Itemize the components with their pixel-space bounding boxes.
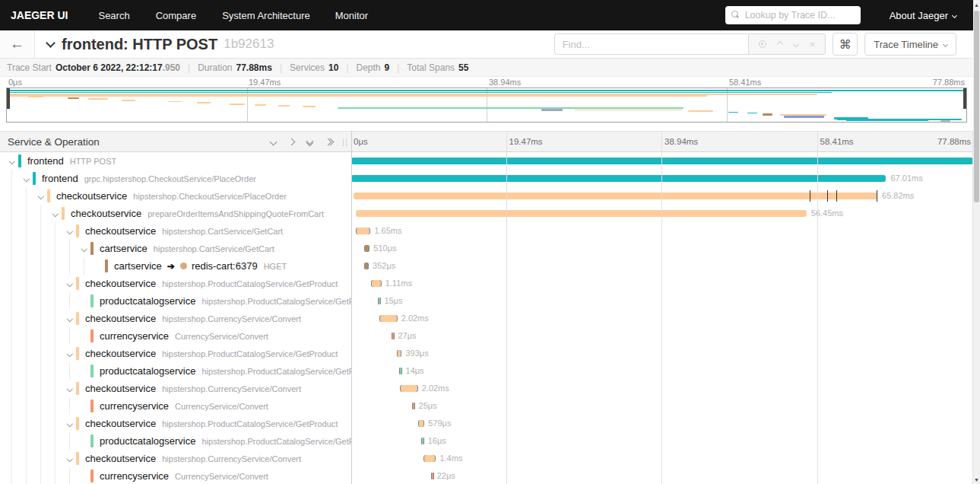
trace-row[interactable]: checkoutserviceprepareOrderItemsAndShipp… <box>0 205 973 222</box>
service-name: currencyservice <box>100 330 169 342</box>
trace-row[interactable]: cartservice➔redis-cart:6379HGET352μs <box>0 257 973 275</box>
nav-item-monitor[interactable]: Monitor <box>335 10 368 21</box>
panel-divider[interactable] <box>351 131 352 484</box>
indent-guide <box>69 257 70 275</box>
trace-row[interactable]: productcatalogservicehipstershop.Product… <box>0 292 973 310</box>
viewport-left-handle[interactable] <box>7 88 10 109</box>
trace-row[interactable]: frontendgrpc.hipstershop.CheckoutService… <box>0 170 973 187</box>
trace-row[interactable]: checkoutservicehipstershop.ProductCatalo… <box>0 275 973 292</box>
focus-match-icon[interactable] <box>759 40 766 48</box>
find-input[interactable] <box>554 33 749 55</box>
clear-find-icon[interactable]: × <box>810 40 816 49</box>
row-collapse-chevron[interactable] <box>64 387 76 391</box>
span-bar[interactable] <box>419 420 423 427</box>
operation-name: hipstershop.ProductCatalogService/GetPro… <box>201 367 351 376</box>
span-bar[interactable] <box>422 438 423 444</box>
span-bar[interactable] <box>372 280 381 287</box>
prev-match-icon[interactable] <box>776 41 782 47</box>
span-bar[interactable] <box>401 385 417 392</box>
trace-id-lookup-input[interactable] <box>725 6 861 24</box>
row-collapse-chevron[interactable] <box>64 229 76 234</box>
span-bar[interactable] <box>432 473 433 479</box>
row-collapse-chevron[interactable] <box>64 457 76 461</box>
row-collapse-chevron[interactable] <box>49 212 62 216</box>
back-button[interactable]: ← <box>0 30 35 58</box>
trace-row[interactable]: currencyserviceCurrencyService/Convert27… <box>0 327 973 345</box>
span-bar[interactable] <box>356 210 807 217</box>
trace-row[interactable]: checkoutservicehipstershop.CheckoutServi… <box>0 187 973 205</box>
span-bar[interactable] <box>392 333 394 339</box>
collapse-one-icon[interactable] <box>271 139 276 145</box>
indent-guide <box>55 380 56 397</box>
stat-separator: | <box>188 62 190 73</box>
span-bar[interactable] <box>351 175 886 182</box>
expand-one-icon[interactable] <box>289 139 294 145</box>
trace-collapse-chevron-icon[interactable] <box>46 38 56 48</box>
minimap-canvas[interactable] <box>6 88 967 123</box>
trace-view-selector[interactable]: Trace Timeline <box>864 33 956 56</box>
row-collapse-chevron[interactable] <box>64 317 76 321</box>
nav-item-compare[interactable]: Compare <box>156 10 196 21</box>
row-collapse-chevron[interactable] <box>78 247 90 251</box>
scrollbar-thumb[interactable] <box>974 11 979 202</box>
span-bar[interactable] <box>398 350 401 357</box>
row-collapse-chevron[interactable] <box>64 352 76 356</box>
service-operation-header: Service & Operation <box>0 132 351 151</box>
span-bar[interactable] <box>354 193 877 199</box>
trace-row[interactable]: checkoutservicehipstershop.CartService/G… <box>0 222 973 240</box>
row-collapse-chevron[interactable] <box>64 422 76 426</box>
collapse-all-icon[interactable] <box>307 139 312 145</box>
minimap-span <box>7 92 832 94</box>
span-bar[interactable] <box>379 298 380 304</box>
app-brand[interactable]: JAEGER UI <box>11 9 68 21</box>
viewport-right-handle[interactable] <box>963 88 966 109</box>
next-match-icon[interactable] <box>792 41 798 47</box>
trace-row[interactable]: checkoutservicehipstershop.ProductCatalo… <box>0 415 973 432</box>
indent-guide <box>26 275 27 292</box>
span-bar[interactable] <box>400 368 401 374</box>
span-bar[interactable] <box>424 455 436 462</box>
span-bar[interactable] <box>380 315 396 322</box>
trace-row[interactable]: currencyserviceCurrencyService/Convert25… <box>0 397 973 415</box>
tick-label: 77.88ms <box>933 78 965 87</box>
expand-all-icon[interactable] <box>325 139 333 145</box>
indent-guide <box>84 257 84 275</box>
row-collapse-chevron[interactable] <box>21 177 33 181</box>
nav-item-search[interactable]: Search <box>98 10 129 21</box>
stat-value: 77.88ms <box>236 62 272 73</box>
span-duration-label: 65.82ms <box>882 187 914 205</box>
trace-row[interactable]: productcatalogservicehipstershop.Product… <box>0 362 973 380</box>
span-bar[interactable] <box>413 403 414 409</box>
span-bar[interactable] <box>365 245 369 252</box>
span-bar[interactable] <box>351 158 973 164</box>
span-bar[interactable] <box>357 228 369 234</box>
row-collapse-chevron[interactable] <box>6 159 18 164</box>
trace-row[interactable]: checkoutservicehipstershop.CurrencyServi… <box>0 450 973 467</box>
indent-guide <box>11 327 12 345</box>
operation-name: hipstershop.CurrencyService/Convert <box>162 454 301 463</box>
trace-id-lookup <box>725 6 861 24</box>
trace-row[interactable]: frontendHTTP POST <box>0 152 973 170</box>
tick-label: 0μs <box>8 78 22 87</box>
span-bar[interactable] <box>365 263 368 269</box>
trace-row[interactable]: checkoutservicehipstershop.ProductCatalo… <box>0 345 973 362</box>
trace-row[interactable]: productcatalogservicehipstershop.Product… <box>0 432 973 450</box>
trace-row[interactable]: cartservicehipstershop.CartService/GetCa… <box>0 240 973 257</box>
nav-item-system-architecture[interactable]: System Architecture <box>222 10 310 21</box>
indent-guide <box>11 467 12 484</box>
column-resizer-handle[interactable] <box>343 139 347 146</box>
row-collapse-chevron[interactable] <box>64 282 76 286</box>
trace-row[interactable]: checkoutservicehipstershop.CurrencyServi… <box>0 380 973 397</box>
trace-row[interactable]: checkoutservicehipstershop.CurrencyServi… <box>0 310 973 327</box>
about-jaeger-menu[interactable]: About Jaeger <box>890 10 956 21</box>
row-collapse-chevron[interactable] <box>35 194 47 199</box>
scroll-up-icon[interactable]: ▲ <box>973 0 980 9</box>
indent-guide <box>11 222 12 240</box>
indent-guide <box>11 310 12 327</box>
keyboard-shortcuts-button[interactable]: ⌘ <box>833 33 858 56</box>
operation-name: prepareOrderItemsAndShippingQuoteFromCar… <box>147 209 324 218</box>
vertical-scrollbar[interactable]: ▲ ▼ <box>973 0 980 484</box>
operation-name: hipstershop.CartService/GetCart <box>162 227 283 236</box>
scroll-down-icon[interactable]: ▼ <box>973 475 980 484</box>
trace-row[interactable]: currencyserviceCurrencyService/Convert22… <box>0 467 973 484</box>
